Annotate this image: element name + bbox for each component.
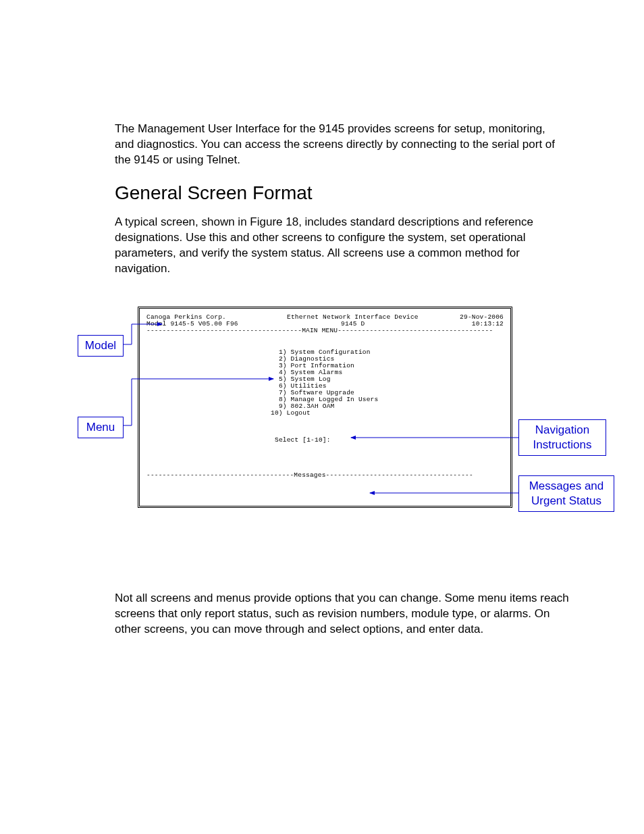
closing-paragraph: Not all screens and menus provide option… <box>115 591 574 637</box>
section-paragraph: A typical screen, shown in Figure 18, in… <box>115 215 567 277</box>
callout-nav-line1: Navigation <box>535 423 589 436</box>
callout-nav-line2: Instructions <box>533 438 592 451</box>
terminal-menu-divider: ---------------------------------------M… <box>146 328 493 334</box>
callout-model: Model <box>78 335 124 357</box>
callout-messages: Messages and Urgent Status <box>518 475 614 512</box>
section-heading: General Screen Format <box>115 182 313 204</box>
intro-paragraph: The Management User Interface for the 91… <box>115 122 567 168</box>
callout-msg-line1: Messages and <box>529 479 604 492</box>
callout-msg-line2: Urgent Status <box>531 494 601 507</box>
callout-navigation: Navigation Instructions <box>518 419 606 456</box>
terminal-screen: Canoga Perkins Corp. Ethernet Network In… <box>138 307 512 508</box>
terminal-menu-item: 10) Logout <box>271 410 311 417</box>
callout-menu: Menu <box>78 417 124 438</box>
terminal-messages-divider: -------------------------------------Mes… <box>146 472 473 479</box>
terminal-prompt: Select [1-10]: <box>275 437 331 444</box>
